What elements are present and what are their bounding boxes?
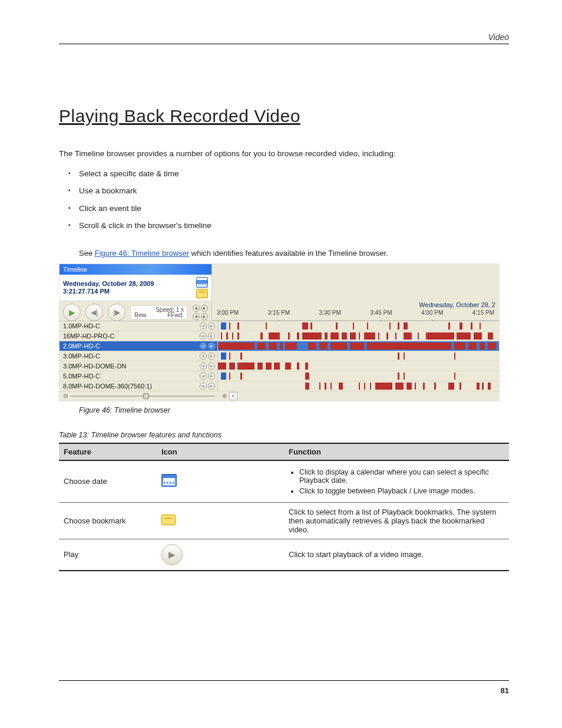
caption-after: which identifies features available in t… bbox=[189, 249, 388, 258]
prev-event-icon[interactable]: ◂ bbox=[200, 373, 207, 380]
camera-label: 16MP-HD-PRO-C bbox=[63, 332, 114, 340]
camera-label: 3.0MP-HD-C bbox=[63, 353, 100, 360]
scroll-left-icon[interactable]: < bbox=[229, 392, 237, 400]
th-icon: Icon bbox=[157, 443, 284, 460]
intro-block: The Timeline browser provides a number o… bbox=[59, 147, 509, 235]
play-button[interactable]: ▶ bbox=[63, 304, 81, 321]
cell-feature: Choose bookmark bbox=[59, 502, 157, 539]
ruler-ticks: 3:00 PM 3:15 PM 3:30 PM 3:45 PM 4:00 PM … bbox=[212, 309, 499, 320]
calendar-icon[interactable] bbox=[196, 277, 208, 288]
play-icon: ▶ bbox=[161, 544, 183, 565]
camera-label: 8.0MP-HD-DOME-360(7560:1) bbox=[63, 383, 152, 390]
ruler-tick: 4:15 PM bbox=[472, 309, 494, 320]
page-title: Playing Back Recorded Video bbox=[59, 106, 509, 126]
next-event-icon[interactable]: ▸ bbox=[208, 363, 215, 370]
function-bullet: Click to toggle between Playback / Live … bbox=[299, 486, 504, 496]
prev-event-all-icon[interactable]: ◂ bbox=[193, 305, 200, 312]
table-caption: Table 13: Timeline browser features and … bbox=[59, 431, 509, 439]
features-table: Feature Icon Function Choose date Click … bbox=[59, 443, 509, 571]
header-rule bbox=[59, 44, 509, 44]
ruler-tick: 3:45 PM bbox=[370, 309, 392, 320]
prev-event-icon[interactable]: ◂ bbox=[200, 363, 207, 370]
next-event-icon[interactable]: ▸ bbox=[208, 383, 215, 390]
ruler-tick: 3:30 PM bbox=[319, 309, 341, 320]
intro-para: The Timeline browser provides a number o… bbox=[59, 147, 509, 160]
figure-label: Figure 46: Timeline browser bbox=[79, 406, 509, 414]
table-row: Play ▶ Click to start playback of a vide… bbox=[59, 539, 509, 571]
timeline-track[interactable] bbox=[218, 321, 499, 331]
speed-slider[interactable]: Speed: 1 x Rew. FFwd. bbox=[130, 305, 188, 319]
camera-label: 5.0MP-HD-C bbox=[63, 373, 100, 380]
cell-feature: Play bbox=[59, 539, 157, 571]
timeline-track[interactable] bbox=[218, 331, 499, 341]
camera-label: 1.0MP-HD-C bbox=[63, 322, 100, 330]
cell-feature: Choose date bbox=[59, 460, 157, 503]
intro-bullet: Select a specific date & time bbox=[79, 165, 509, 183]
camera-label: 2.0MP-HD-C bbox=[63, 342, 100, 350]
bookmark-icon[interactable] bbox=[196, 289, 208, 298]
step-forward-button[interactable]: |▶ bbox=[108, 304, 125, 321]
next-event-icon[interactable]: ▸ bbox=[208, 332, 215, 340]
camera-row[interactable]: 1.0MP-HD-C ◂▸ bbox=[59, 321, 499, 331]
timeline-track[interactable] bbox=[218, 361, 499, 371]
ruler-tick: 3:00 PM bbox=[217, 309, 239, 320]
next-event-icon[interactable]: ▸ bbox=[208, 373, 215, 380]
playback-time: 3:21:27.714 PM bbox=[63, 288, 154, 295]
header-section: Video bbox=[488, 32, 509, 42]
next-event-all-icon[interactable]: ▸ bbox=[201, 305, 208, 312]
timeline-track[interactable] bbox=[218, 341, 499, 351]
next-event-icon[interactable]: ▸ bbox=[208, 353, 215, 360]
intro-bullet: Click an event tile bbox=[79, 200, 509, 218]
camera-row[interactable]: 3.0MP-HD-C ◂▸ bbox=[59, 351, 499, 361]
cell-function: Click to select from a list of Playback … bbox=[284, 502, 509, 539]
zoom-out-icon[interactable]: ⊖ bbox=[63, 392, 68, 400]
step-back-button[interactable]: ◀| bbox=[85, 304, 103, 321]
camera-row-selected[interactable]: 2.0MP-HD-C ◂▸ bbox=[59, 341, 499, 351]
table-row: Choose bookmark Click to select from a l… bbox=[59, 502, 509, 539]
ruler-tick: 3:15 PM bbox=[268, 309, 290, 320]
th-function: Function bbox=[284, 443, 509, 460]
rewind-label: Rew. bbox=[134, 312, 147, 318]
cell-function: Click to start playback of a video image… bbox=[284, 539, 509, 571]
next-event-icon[interactable]: ▸ bbox=[208, 322, 215, 330]
window-titlebar: Timeline bbox=[59, 264, 211, 275]
figure-link[interactable]: Figure 46: Timeline browser bbox=[95, 249, 189, 258]
prev-event-icon[interactable]: ◂ bbox=[200, 332, 207, 340]
next-bookmark-all-icon[interactable]: ▸ bbox=[201, 313, 208, 320]
next-event-icon[interactable]: ▸ bbox=[208, 342, 215, 350]
prev-event-icon[interactable]: ◂ bbox=[200, 383, 207, 390]
intro-bullet: Use a bookmark bbox=[79, 182, 509, 200]
camera-row[interactable]: 5.0MP-HD-C ◂▸ bbox=[59, 371, 499, 381]
camera-row[interactable]: 3.0MP-HD-DOME-DN ◂▸ bbox=[59, 361, 499, 371]
cell-function: Click to display a calendar where you ca… bbox=[284, 460, 509, 503]
camera-rows: 1.0MP-HD-C ◂▸ bbox=[59, 321, 499, 401]
page-number: 81 bbox=[501, 686, 509, 695]
prev-event-icon[interactable]: ◂ bbox=[200, 342, 207, 350]
zoom-row: ⊖ ⊕ < bbox=[59, 391, 499, 401]
playback-date: Wednesday, October 28, 2009 bbox=[63, 280, 154, 288]
table-row: Choose date Click to display a calendar … bbox=[59, 460, 509, 503]
prev-bookmark-all-icon[interactable]: ◂ bbox=[193, 313, 200, 320]
ffwd-label: FFwd. bbox=[167, 312, 184, 318]
ruler-date: Wednesday, October 28, 2 bbox=[419, 301, 495, 308]
zoom-in-icon[interactable]: ⊕ bbox=[222, 393, 227, 399]
ruler-tick: 4:00 PM bbox=[421, 309, 443, 320]
calendar-icon bbox=[161, 474, 177, 487]
intro-bullet: Scroll & click in the browser's timeline bbox=[79, 217, 509, 235]
prev-event-icon[interactable]: ◂ bbox=[200, 353, 207, 360]
camera-row[interactable]: 16MP-HD-PRO-C ◂▸ bbox=[59, 331, 499, 341]
timeline-browser-figure: Timeline Wednesday, October 28, 2009 3:2… bbox=[59, 263, 500, 401]
th-feature: Feature bbox=[59, 443, 157, 460]
timeline-track[interactable] bbox=[218, 381, 499, 391]
camera-row[interactable]: 8.0MP-HD-DOME-360(7560:1) ◂▸ bbox=[59, 381, 499, 391]
timeline-track[interactable] bbox=[218, 371, 499, 381]
timeline-track[interactable] bbox=[218, 351, 499, 361]
bookmark-icon bbox=[161, 515, 176, 525]
camera-label: 3.0MP-HD-DOME-DN bbox=[63, 363, 127, 370]
caption-prefix: See bbox=[79, 249, 95, 258]
function-bullet: Click to display a calendar where you ca… bbox=[299, 467, 504, 486]
figure-caption: See Figure 46: Timeline browser which id… bbox=[79, 249, 509, 258]
footer-rule bbox=[59, 680, 509, 681]
prev-event-icon[interactable]: ◂ bbox=[200, 322, 207, 330]
zoom-slider[interactable] bbox=[71, 396, 215, 397]
